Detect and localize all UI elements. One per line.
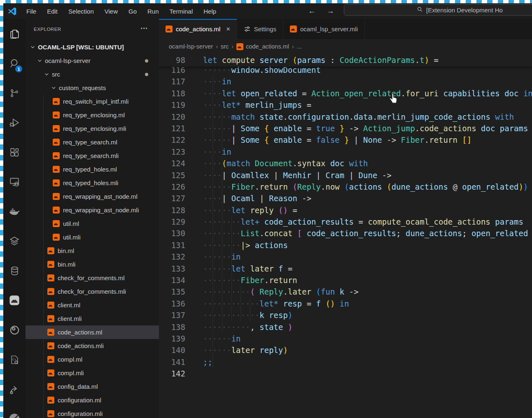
tree-file-req-typed-holes-ml[interactable]: req_typed_holes.ml xyxy=(26,163,159,176)
activity-extensions-button[interactable] xyxy=(3,137,26,167)
code-line[interactable]: 124····(match Document.syntax doc with xyxy=(159,158,532,169)
line-number[interactable]: 126 xyxy=(159,181,185,193)
code-line[interactable]: 117····in xyxy=(159,76,532,87)
line-number[interactable]: 125 xyxy=(159,170,185,181)
code-line[interactable]: 120······match state.configuration.data.… xyxy=(159,111,532,123)
line-number[interactable]: 131 xyxy=(159,239,185,251)
activity-cpp-tools-button[interactable]: C+ xyxy=(3,345,26,374)
tree-file-compl-ml[interactable]: compl.ml xyxy=(26,353,159,366)
line-number[interactable]: 123 xyxy=(159,146,185,158)
tree-file-req-type-enclosing-ml[interactable]: req_type_enclosing.ml xyxy=(26,108,159,122)
tree-file-bin-ml[interactable]: bin.ml xyxy=(26,244,159,258)
line-number[interactable]: 142 xyxy=(159,368,185,379)
code-line[interactable]: 130········List.concat [ code_action_res… xyxy=(159,228,532,239)
breadcrumb-item[interactable]: code_actions.ml xyxy=(246,43,289,50)
tree-file-req-type-enclosing-mli[interactable]: req_type_enclosing.mli xyxy=(26,122,159,135)
line-number[interactable]: 98 xyxy=(159,54,185,66)
tree-file-bin-mli[interactable]: bin.mli xyxy=(26,258,159,271)
line-number[interactable]: 139 xyxy=(159,333,185,344)
line-number[interactable]: 137 xyxy=(159,309,185,321)
tree-folder-custom-requests[interactable]: custom_requests xyxy=(26,81,159,95)
menu-terminal[interactable]: Terminal xyxy=(164,8,198,15)
code-line[interactable]: 134········Fiber.return xyxy=(159,274,532,286)
tab-settings[interactable]: Settings xyxy=(237,19,283,39)
tab-code-actions-ml[interactable]: code_actions.ml× xyxy=(159,19,237,39)
tree-folder-ocaml-lsp-wsl-ubuntu-[interactable]: OCAML-LSP [WSL: UBUNTU] xyxy=(26,40,159,54)
line-number[interactable]: 122 xyxy=(159,134,185,146)
code-line[interactable]: 126······Fiber.return (Reply.now (action… xyxy=(159,181,532,193)
tree-file-code-actions-mli[interactable]: code_actions.mli xyxy=(26,339,159,353)
code-line[interactable]: 122······| Some { enable = false } | Non… xyxy=(159,134,532,146)
line-number[interactable]: 140 xyxy=(159,344,185,356)
tree-file-util-ml[interactable]: util.ml xyxy=(26,217,159,230)
tree-file-req-type-search-ml[interactable]: req_type_search.ml xyxy=(26,135,159,149)
tree-file-req-switch-impl-intf-mli[interactable]: req_switch_impl_intf.mli xyxy=(26,95,159,108)
breadcrumb-item[interactable]: ocaml-lsp-server xyxy=(169,43,213,50)
code-line[interactable]: 125····| Ocamllex | Menhir | Cram | Dune… xyxy=(159,170,532,181)
tree-file-req-type-search-mli[interactable]: req_type_search.mli xyxy=(26,149,159,163)
tree-file-req-wrapping-ast-node-mli[interactable]: req_wrapping_ast_node.mli xyxy=(26,203,159,217)
tree-file-configuration-ml[interactable]: configuration.ml xyxy=(26,393,159,407)
back-button[interactable]: ← xyxy=(308,7,316,16)
line-number[interactable]: 119 xyxy=(159,99,185,111)
line-number[interactable]: 124 xyxy=(159,158,185,169)
line-number[interactable]: 134 xyxy=(159,274,185,286)
line-number[interactable]: 129 xyxy=(159,216,185,228)
code-line[interactable]: 141;; xyxy=(159,356,532,368)
menu-file[interactable]: File xyxy=(21,8,42,15)
code-line[interactable]: 135··········( Reply.later (fun k -> xyxy=(159,286,532,297)
line-number[interactable]: 133 xyxy=(159,263,185,274)
tree-file-configuration-mli[interactable]: configuration.mli xyxy=(26,407,159,418)
activity-docker-button[interactable] xyxy=(3,197,26,226)
code-line[interactable]: 138··········, state ) xyxy=(159,321,532,333)
tree-file-check-for-comments-ml[interactable]: check_for_comments.ml xyxy=(26,271,159,285)
code-line[interactable]: 119····let* merlin_jumps = xyxy=(159,99,532,111)
activity-duck-button[interactable] xyxy=(3,315,26,345)
code-line[interactable]: 139······in xyxy=(159,333,532,344)
command-center-search[interactable]: [Extension Development Ho xyxy=(344,4,532,16)
activity-ocaml-button[interactable] xyxy=(3,286,26,315)
code-line[interactable]: 131········|> actions xyxy=(159,239,532,251)
sticky-scroll-line[interactable]: 98let compute server (params : CodeActio… xyxy=(159,54,532,67)
code-line[interactable]: 123····in xyxy=(159,146,532,158)
line-number[interactable]: 135 xyxy=(159,286,185,297)
code-line[interactable]: 140······later reply) xyxy=(159,344,532,356)
tree-file-req-typed-holes-mli[interactable]: req_typed_holes.mli xyxy=(26,176,159,190)
code-line[interactable]: 136············let* resp = f () in xyxy=(159,298,532,309)
line-number[interactable]: 141 xyxy=(159,356,185,368)
menu-help[interactable]: Help xyxy=(198,8,222,15)
line-number[interactable]: 117 xyxy=(159,76,185,87)
code-line[interactable]: 137············k resp) xyxy=(159,309,532,321)
code-line[interactable]: 128······let reply () = xyxy=(159,204,532,216)
menu-selection[interactable]: Selection xyxy=(63,8,99,15)
activity-explorer-button[interactable] xyxy=(3,19,26,49)
tree-file-code-actions-ml[interactable]: code_actions.ml xyxy=(26,325,159,339)
activity-source-control-button[interactable] xyxy=(3,78,26,108)
forward-button[interactable]: → xyxy=(327,7,334,16)
code-line[interactable]: 133······let later f = xyxy=(159,263,532,274)
line-number[interactable]: 118 xyxy=(159,88,185,99)
line-number[interactable]: 120 xyxy=(159,111,185,123)
breadcrumb-item[interactable]: src xyxy=(221,43,229,50)
code-line[interactable]: 142 xyxy=(159,368,532,379)
menu-edit[interactable]: Edit xyxy=(42,8,63,15)
activity-account-button[interactable] xyxy=(3,404,26,418)
tree-folder-ocaml-lsp-server[interactable]: ocaml-lsp-server xyxy=(26,54,159,67)
code-line[interactable]: 98let compute server (params : CodeActio… xyxy=(159,54,439,66)
menu-view[interactable]: View xyxy=(99,8,123,15)
code-line[interactable]: 118····let open_related = Action_open_re… xyxy=(159,88,532,99)
tab-ocaml-lsp-server-mli[interactable]: ocaml_lsp_server.mli xyxy=(283,19,365,39)
code-line[interactable]: 132······in xyxy=(159,251,532,262)
close-icon[interactable]: × xyxy=(226,26,230,33)
line-number[interactable]: 128 xyxy=(159,204,185,216)
menu-go[interactable]: Go xyxy=(123,8,142,15)
tree-file-compl-mli[interactable]: compl.mli xyxy=(26,366,159,380)
code-line[interactable]: 129········let+ code_action_results = co… xyxy=(159,216,532,228)
line-number[interactable]: 130 xyxy=(159,228,185,239)
more-actions-button[interactable]: ⋯ xyxy=(140,24,147,33)
activity-search-button[interactable]: 1 xyxy=(3,49,26,78)
tree-folder-src[interactable]: src xyxy=(26,67,159,81)
line-number[interactable]: 132 xyxy=(159,251,185,262)
activity-share-button[interactable] xyxy=(3,374,26,404)
tree-file-check-for-comments-mli[interactable]: check_for_comments.mli xyxy=(26,285,159,298)
